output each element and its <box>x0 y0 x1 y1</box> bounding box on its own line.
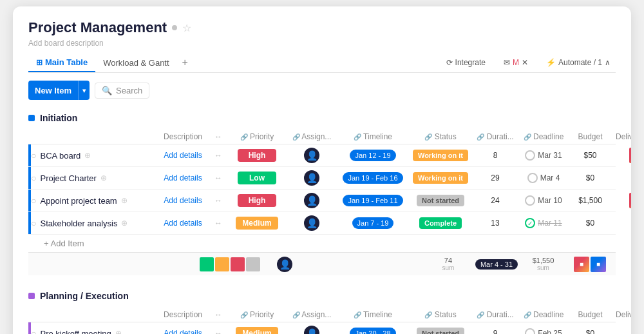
row-deadline[interactable]: Mar 31 <box>518 148 569 162</box>
timeline-badge: Jan 19 - Feb 16 <box>343 172 402 184</box>
row-name: Project Charter <box>40 173 96 183</box>
row-deliverables <box>611 176 631 180</box>
row-timeline[interactable]: Jan 12 - 19 <box>337 148 408 163</box>
deadline-check-icon: ✓ <box>525 218 535 228</box>
deliverable-thumbnail: ■ <box>629 148 631 163</box>
row-add-icon[interactable]: ⊕ <box>100 173 107 182</box>
row-add-icon[interactable]: ⊕ <box>84 151 91 160</box>
row-assignee[interactable]: 👤 <box>286 324 337 334</box>
table-row: ○ Pre kickoff meeting ⊕ Add details ↔ Me… <box>28 322 616 334</box>
col-header-deliverables: Deliverables <box>611 310 631 319</box>
row-assignee[interactable]: 👤 <box>286 191 337 210</box>
deadline-circle-icon <box>525 150 535 161</box>
row-status[interactable]: Not started <box>408 193 473 208</box>
row-expand-icon[interactable]: ○ <box>31 218 36 228</box>
row-desc[interactable]: Add details <box>157 194 209 207</box>
avatar: 👤 <box>304 193 319 208</box>
priority-badge: High <box>238 194 276 207</box>
table-icon: ⊞ <box>36 58 43 67</box>
search-box[interactable]: 🔍 Search <box>95 83 149 99</box>
row-deadline[interactable]: ✓Mar 11 <box>518 216 569 230</box>
status-badge: Not started <box>417 328 464 334</box>
row-arrow: ↔ <box>209 327 228 334</box>
group-color-dot <box>28 115 35 121</box>
row-expand-icon[interactable]: ○ <box>31 150 36 161</box>
timeline-badge: Jan 19 - Feb 11 <box>343 195 402 206</box>
deadline-value: Mar 31 <box>538 151 562 160</box>
mail-icon2: M <box>513 58 519 67</box>
avatar: 👤 <box>304 326 319 334</box>
row-add-icon[interactable]: ⊕ <box>121 219 128 228</box>
row-priority[interactable]: High <box>228 192 286 209</box>
star-icon[interactable]: ☆ <box>182 22 191 34</box>
summary-budget-label: sum <box>537 264 549 271</box>
row-deadline[interactable]: Mar 10 <box>518 193 569 208</box>
row-priority[interactable]: Low <box>228 170 286 186</box>
col-header-timeline: 🔗 Timeline <box>337 132 408 141</box>
row-name: BCA board <box>40 151 80 161</box>
row-timeline[interactable]: Jan 19 - Feb 11 <box>337 193 408 208</box>
row-budget: $0 <box>569 327 611 334</box>
deliverable-thumbnail: ■ <box>629 193 631 208</box>
tab-main-table[interactable]: ⊞ Main Table <box>28 54 95 72</box>
chevron-up-icon: ∧ <box>605 58 611 67</box>
row-status[interactable]: Complete <box>408 215 473 231</box>
row-expand-icon[interactable]: ○ <box>31 173 36 183</box>
row-status[interactable]: Not started <box>408 326 473 334</box>
col-header-budget: Budget <box>569 310 611 319</box>
row-priority[interactable]: Medium <box>228 215 286 231</box>
row-name-cell: ○ Appoint project team ⊕ <box>31 193 157 208</box>
row-desc[interactable]: Add details <box>157 327 209 334</box>
col-header-desc: Description <box>157 310 209 319</box>
add-item-row[interactable]: + Add Item <box>28 235 616 252</box>
col-header-priority: 🔗 Priority <box>228 132 286 141</box>
row-priority[interactable]: High <box>228 147 286 164</box>
row-add-icon[interactable]: ⊕ <box>115 329 122 334</box>
row-assignee[interactable]: 👤 <box>286 168 337 188</box>
row-assignee[interactable]: 👤 <box>286 146 337 165</box>
group-title: Initiation <box>40 113 77 123</box>
row-status[interactable]: Working on it <box>408 148 473 163</box>
row-desc[interactable]: Add details <box>157 149 209 162</box>
mail-icons[interactable]: ✉ M ✕ <box>498 55 533 70</box>
row-timeline[interactable]: Jan 19 - Feb 16 <box>337 170 408 186</box>
priority-badge: Medium <box>236 327 278 334</box>
row-expand-icon[interactable]: ○ <box>31 195 36 206</box>
row-timeline[interactable]: Jan 7 - 19 <box>337 215 408 231</box>
row-name-cell: ○ BCA board ⊕ <box>31 148 157 163</box>
row-name: Stakeholder analysis <box>40 219 117 228</box>
row-desc[interactable]: Add details <box>157 172 209 184</box>
deadline-value: Mar 11 <box>538 219 562 228</box>
group-planning-execution: Planning / Execution Description ↔ 🔗 Pri… <box>28 288 616 334</box>
row-deadline[interactable]: Feb 25 <box>518 326 569 334</box>
row-name: Pre kickoff meeting <box>40 329 111 335</box>
row-status[interactable]: Working on it <box>408 170 473 186</box>
group-header-planning-execution: Planning / Execution <box>28 288 616 304</box>
tab-add-button[interactable]: + <box>177 53 193 72</box>
row-timeline[interactable]: Jan 20 - 28 <box>337 326 408 334</box>
summary-duration-val: 74 <box>444 257 452 264</box>
tab-workload-gantt[interactable]: Workload & Gantt <box>95 54 176 72</box>
row-expand-icon[interactable]: ○ <box>31 328 36 334</box>
new-item-dropdown-arrow[interactable]: ▾ <box>79 81 90 100</box>
automate-button[interactable]: ⚡ Automate / 1 ∧ <box>541 55 616 70</box>
group-initiation: Initiation Description ↔ 🔗 Priority 🔗 As… <box>28 110 616 275</box>
status-badge: Working on it <box>413 172 468 184</box>
integrate-button[interactable]: ⟳ Integrate <box>441 55 491 70</box>
col-header-arrow: ↔ <box>209 310 228 319</box>
new-item-button[interactable]: New Item ▾ <box>28 81 90 100</box>
row-priority[interactable]: Medium <box>228 325 286 334</box>
col-header-assign: 🔗 Assign... <box>286 310 337 319</box>
col-header-duration: 🔗 Durati... <box>473 310 518 319</box>
avatar: 👤 <box>304 170 319 186</box>
table-row: ○ BCA board ⊕ Add details ↔ High 👤 Jan 1… <box>28 144 616 167</box>
row-assignee[interactable]: 👤 <box>286 213 337 233</box>
add-board-desc[interactable]: Add board description <box>28 39 616 48</box>
row-arrow: ↔ <box>209 217 228 230</box>
col-header-status: 🔗 Status <box>408 132 473 141</box>
toolbar: New Item ▾ 🔍 Search <box>28 81 616 100</box>
row-add-icon[interactable]: ⊕ <box>121 196 128 205</box>
row-desc[interactable]: Add details <box>157 217 209 230</box>
row-deadline[interactable]: Mar 4 <box>518 171 569 185</box>
row-deliverables <box>611 331 631 334</box>
